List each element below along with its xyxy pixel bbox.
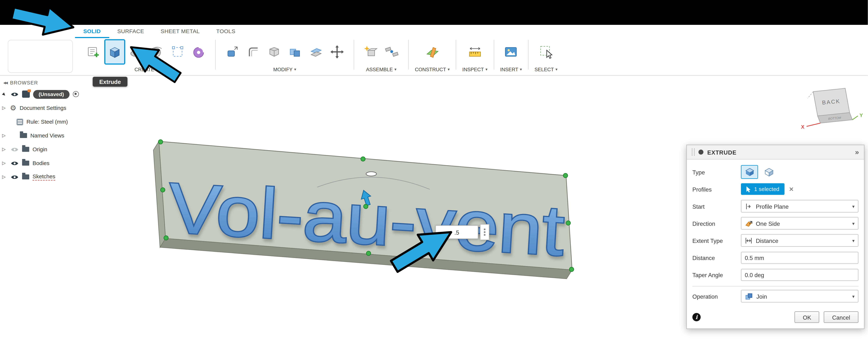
plane-handle[interactable] [366,172,376,176]
fillet-icon [246,45,260,59]
combine-button[interactable] [285,39,306,65]
taper-angle-label: Taper Angle [692,271,741,278]
toolbar-divider [528,40,529,69]
item-label: Named Views [30,133,64,139]
tab-solid[interactable]: SOLID [75,25,109,38]
tab-surface[interactable]: SURFACE [109,25,152,38]
browser-root-row[interactable]: ▼ (Unsaved) [1,87,103,101]
measure-button[interactable] [464,39,485,65]
combine-icon [288,45,302,59]
options-grip-icon[interactable] [480,224,489,240]
insert-group-label[interactable]: INSERT▾ [500,66,522,73]
viewcube[interactable]: BACK BOTTOM Y X [800,84,864,136]
collapse-browser-icon[interactable]: ◀◀ [3,81,7,84]
expand-dialog-icon[interactable]: » [855,148,859,156]
profiles-selected-button[interactable]: 1 selected [741,183,784,195]
handle-point[interactable] [563,173,568,178]
active-document-radio[interactable] [73,91,79,97]
select-group-label[interactable]: SELECT▾ [535,66,558,73]
joint-button[interactable] [381,39,402,65]
tree-expand-icon[interactable]: ▷ [1,174,7,179]
distance-extent-icon [745,237,752,244]
toolbar-group-assemble: ASSEMBLE▾ [356,39,406,73]
tree-expand-icon[interactable]: ▷ [1,147,7,152]
press-pull-button[interactable] [222,39,243,65]
extrude-type-thin-button[interactable] [760,165,777,179]
coil-icon [191,45,206,59]
handle-point[interactable] [364,204,368,209]
tree-expand-icon[interactable]: ▷ [1,133,7,138]
create-sketch-icon [87,45,101,59]
handle-point[interactable] [160,188,165,192]
ok-button[interactable]: OK [795,311,819,323]
toolbar-group-inspect: INSPECT▾ [459,39,491,73]
drag-grip-icon[interactable] [692,148,694,156]
extrude-button[interactable] [104,39,125,65]
shell-button[interactable] [264,39,285,65]
modify-group-label[interactable]: MODIFY▾ [273,66,296,73]
handle-point[interactable] [366,251,371,256]
visibility-eye-icon[interactable] [10,91,19,97]
operation-dropdown[interactable]: Join ▾ [741,290,859,302]
caret-down-icon: ▾ [852,238,855,243]
clear-selection-icon[interactable]: × [789,185,794,193]
handle-point[interactable] [361,157,365,161]
fillet-button[interactable] [243,39,264,65]
dialog-footer: i OK Cancel [687,307,864,328]
visibility-eye-icon-hidden[interactable] [10,147,19,152]
tab-tools[interactable]: TOOLS [208,25,244,38]
item-label: Document Settings [20,105,66,111]
info-icon[interactable]: i [692,313,701,321]
item-label: Rule: Steel (mm) [27,119,68,125]
handle-point[interactable] [566,221,570,225]
start-dropdown[interactable]: Profile Plane ▾ [741,200,859,212]
tab-sheet-metal[interactable]: SHEET METAL [152,25,208,38]
direction-dropdown[interactable]: One Side ▾ [741,217,859,230]
document-name-badge[interactable]: (Unsaved) [33,90,69,99]
new-component-button[interactable] [360,39,381,65]
profile-plane-icon [745,202,752,210]
taper-angle-input[interactable] [741,269,859,281]
dialog-title: EXTRUDE [707,149,737,155]
coil-button[interactable] [188,39,209,65]
browser-item-bodies[interactable]: ▷ Bodies [1,156,103,170]
profiles-row: Profiles 1 selected × [692,180,859,198]
distance-input[interactable] [741,252,859,264]
move-button[interactable] [327,39,347,65]
construct-plane-button[interactable] [422,39,443,65]
direction-label: Direction [692,220,741,227]
toolbar-divider [494,40,494,69]
construct-group-label[interactable]: CONSTRUCT▾ [415,66,450,73]
browser-item-origin[interactable]: ▷ Origin [1,142,103,156]
browser-item-rule[interactable]: Rule: Steel (mm) [1,115,103,128]
tree-expand-icon[interactable]: ▷ [1,160,7,166]
direction-row: Direction One Side ▾ [692,215,859,232]
folder-icon [20,133,27,138]
tree-expand-icon[interactable]: ▼ [0,90,8,98]
extent-type-label: Extent Type [692,237,741,244]
handle-point[interactable] [569,267,574,272]
select-button[interactable] [535,39,556,65]
new-component-icon [364,45,378,59]
extrude-solid-icon [744,167,755,177]
extent-type-dropdown[interactable]: Distance ▾ [741,234,859,247]
browser-item-named-views[interactable]: ▷ Named Views [1,128,103,142]
create-sketch-button[interactable] [83,39,104,65]
assemble-group-label[interactable]: ASSEMBLE▾ [366,66,396,73]
offset-face-button[interactable] [306,39,327,65]
handle-point[interactable] [158,140,163,144]
cancel-button[interactable]: Cancel [824,311,859,323]
insert-button[interactable] [501,39,522,65]
tree-expand-icon[interactable]: ▷ [1,106,7,110]
browser-item-document-settings[interactable]: ▷ ⚙ Document Settings [1,101,103,115]
press-pull-icon [225,45,240,59]
toolbar-left-area [8,40,73,73]
visibility-eye-icon[interactable] [10,160,19,166]
dialog-header[interactable]: EXTRUDE » [687,145,864,159]
inspect-group-label[interactable]: INSPECT▾ [462,66,488,73]
handle-point[interactable] [164,236,168,240]
visibility-eye-icon[interactable] [10,174,19,180]
folder-icon [22,174,29,179]
extrude-type-solid-button[interactable] [741,165,758,179]
browser-item-sketches[interactable]: ▷ Sketches [1,170,103,184]
